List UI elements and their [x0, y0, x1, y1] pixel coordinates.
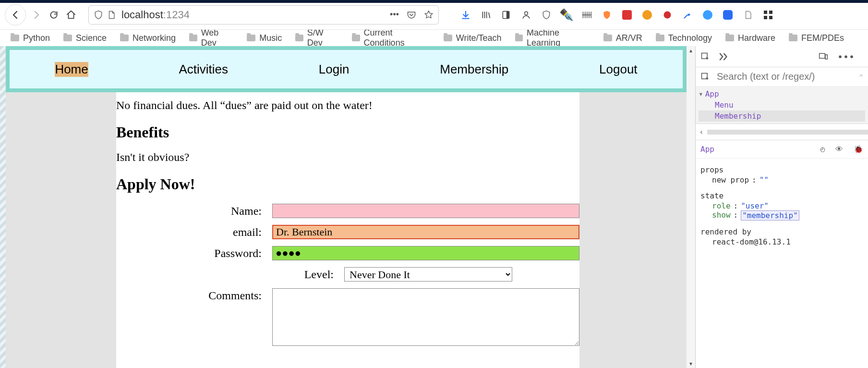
benefits-heading: Benefits	[116, 123, 579, 141]
folder-icon	[63, 35, 72, 41]
svg-rect-7	[769, 16, 772, 19]
bookmark-python[interactable]: Python	[11, 33, 50, 43]
chevron-left-icon[interactable]: ‹	[696, 127, 707, 136]
ext-icon-1[interactable]: ✒️	[556, 6, 577, 24]
ext-icon-9[interactable]	[738, 6, 758, 24]
device-icon[interactable]	[818, 52, 829, 61]
account-icon[interactable]	[516, 6, 536, 24]
reload-button[interactable]	[45, 6, 62, 24]
inspect-icon[interactable]	[700, 52, 710, 61]
ext-icon-7[interactable]	[698, 6, 718, 24]
email-input[interactable]	[272, 225, 579, 239]
eye-icon[interactable]: 👁	[835, 145, 843, 154]
devtools-search-input[interactable]	[717, 71, 856, 82]
bookmark-technology[interactable]: Technology	[656, 33, 712, 43]
devtools-menu-icon[interactable]: •••	[837, 51, 855, 62]
scroll-down-icon[interactable]: ▾	[687, 359, 695, 368]
name-input[interactable]	[272, 204, 579, 218]
devtools-search: ⌃	[696, 67, 868, 86]
bookmark-music[interactable]: Music	[247, 33, 282, 43]
folder-icon	[656, 35, 664, 41]
scroll-up-icon[interactable]: ▴	[687, 46, 695, 55]
ublock-icon[interactable]	[536, 6, 556, 24]
expand-icon[interactable]	[719, 52, 729, 61]
tab-strip	[0, 0, 868, 3]
eyedropper-icon[interactable]	[677, 6, 698, 24]
nav-buttons	[5, 4, 80, 25]
comments-label: Comments:	[116, 288, 272, 303]
library-icon[interactable]	[476, 6, 496, 24]
component-tree[interactable]: ▾App Menu Membership	[696, 86, 868, 124]
nav-login[interactable]: Login	[319, 62, 350, 77]
address-bar[interactable]: localhost:1234 •••	[88, 5, 439, 25]
email-label: email:	[116, 225, 272, 239]
more-icon[interactable]: •••	[390, 10, 399, 20]
nav-membership[interactable]: Membership	[440, 62, 508, 77]
home-button[interactable]	[62, 6, 80, 24]
bookmark-label: FEM/PDEs	[801, 33, 844, 43]
bookmark-fem-pdes[interactable]: FEM/PDEs	[789, 33, 844, 43]
state-role-row[interactable]: role: "user"	[700, 201, 863, 210]
page-viewport: HomeActivitiesLoginMembershipLogout No f…	[6, 46, 695, 368]
nav-logout[interactable]: Logout	[599, 62, 638, 77]
bookmark-label: Music	[259, 33, 282, 43]
chevron-up-icon[interactable]: ⌃	[859, 73, 863, 81]
ext-icon-6[interactable]	[657, 6, 677, 24]
ext-icon-4[interactable]	[617, 6, 637, 24]
devtools-inspect-tools: ◴ 👁 🐞	[815, 145, 863, 154]
inspect-icon-2[interactable]	[700, 72, 710, 82]
back-button[interactable]	[5, 4, 26, 25]
bookmark-star-icon[interactable]	[424, 10, 434, 20]
left-gutter	[0, 46, 6, 368]
rendered-by-value[interactable]: react-dom@16.13.1	[700, 237, 863, 246]
ext-icon-5[interactable]	[637, 6, 657, 24]
timer-icon[interactable]: ◴	[820, 145, 825, 154]
bookmark-label: Python	[23, 33, 50, 43]
bookmark-hardware[interactable]: Hardware	[725, 33, 775, 43]
content: No financial dues. All “dues” are paid o…	[116, 92, 579, 368]
rendered-by-heading: rendered by	[700, 227, 863, 236]
vertical-scrollbar[interactable]: ▴ ▾	[687, 46, 695, 368]
name-label: Name:	[116, 204, 272, 218]
nav-home[interactable]: Home	[55, 62, 88, 77]
bookmark-science[interactable]: Science	[63, 33, 107, 43]
bookmark-ar-vr[interactable]: AR/VR	[603, 33, 642, 43]
ext-icon-2[interactable]	[577, 6, 597, 24]
ext-icon-10[interactable]	[758, 6, 778, 24]
devtools-tab-scrollbar[interactable]	[707, 130, 868, 135]
folder-icon	[247, 35, 255, 41]
bookmark-web-dev[interactable]: Web Dev	[189, 28, 233, 48]
form-row-email: email:	[116, 225, 579, 239]
level-select[interactable]: Never Done It	[344, 267, 512, 282]
bookmark-s-w-dev[interactable]: S/W Dev	[295, 28, 338, 48]
bookmark-write-teach[interactable]: Write/Teach	[444, 33, 502, 43]
crumb-app[interactable]: App	[700, 145, 714, 154]
reader-icon[interactable]	[496, 6, 516, 24]
bookmark-current-conditions[interactable]: Current Conditions	[352, 28, 430, 48]
svg-rect-5	[769, 11, 772, 14]
shield-icon	[94, 10, 103, 20]
ext-icon-3[interactable]	[597, 6, 617, 24]
bookmark-machine-learning[interactable]: Machine Learning	[515, 28, 590, 48]
bookmark-label: Science	[76, 33, 107, 43]
nav-activities[interactable]: Activities	[179, 62, 229, 77]
bug-icon[interactable]: 🐞	[854, 145, 863, 154]
downloads-icon[interactable]	[456, 6, 476, 24]
folder-icon	[515, 35, 523, 41]
folder-icon	[11, 35, 19, 41]
state-show-row[interactable]: show: "membership"	[700, 210, 863, 221]
pocket-icon[interactable]	[407, 10, 416, 20]
toolbar-extensions: ✒️	[456, 6, 778, 24]
tree-node-app: ▾App	[699, 88, 865, 99]
props-newprop-row[interactable]: new prop : ""	[700, 175, 863, 184]
folder-icon	[725, 35, 734, 41]
bookmark-label: AR/VR	[616, 33, 642, 43]
svg-point-2	[525, 12, 528, 15]
ext-icon-8[interactable]	[718, 6, 738, 24]
forward-button[interactable]	[28, 6, 45, 24]
comments-textarea[interactable]	[272, 288, 579, 346]
password-input[interactable]	[272, 246, 579, 260]
bookmark-networking[interactable]: Networking	[120, 33, 176, 43]
devtools-panel: props new prop : "" state role: "user" s…	[696, 159, 868, 250]
url-port: :1234	[163, 9, 190, 21]
